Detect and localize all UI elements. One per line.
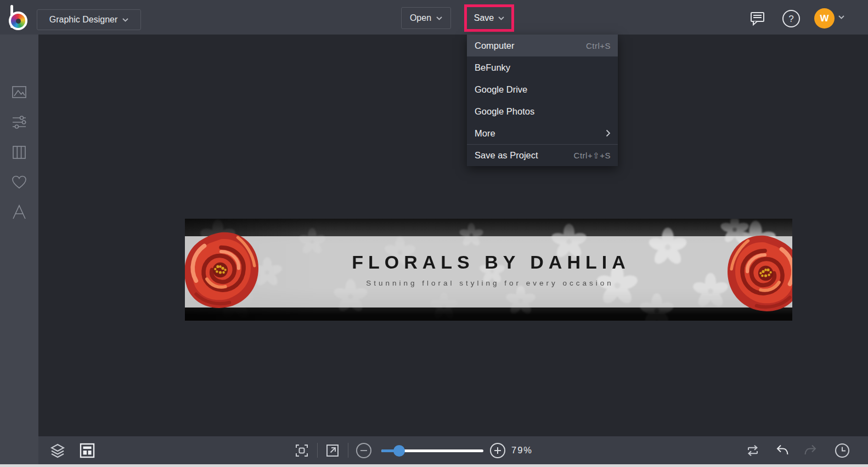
redo-button[interactable] (802, 441, 820, 460)
mode-selector-label: Graphic Designer (49, 15, 118, 25)
mode-selector-button[interactable]: Graphic Designer (37, 9, 141, 30)
menu-item-google-drive[interactable]: Google Drive (467, 78, 618, 100)
layers-icon (49, 442, 66, 459)
open-button-label: Open (410, 13, 431, 23)
befunky-logo-icon[interactable] (8, 4, 32, 31)
shortcut-label: Ctrl+S (586, 41, 611, 50)
befunky-graphic-designer: Graphic Designer Open Save ? W (0, 0, 868, 467)
menu-item-computer[interactable]: Computer Ctrl+S (467, 35, 618, 56)
save-button-label: Save (474, 13, 494, 23)
layout-icon (79, 442, 95, 459)
history-button[interactable] (833, 441, 852, 460)
open-button[interactable]: Open (401, 7, 451, 29)
open-full-view-button[interactable] (323, 441, 342, 460)
layers-button[interactable] (48, 441, 67, 460)
plus-circle-icon (489, 442, 506, 459)
save-button-annotated[interactable]: Save (464, 4, 514, 32)
menu-item-save-as-project[interactable]: Save as Project Ctrl+⇧+S (467, 144, 618, 166)
save-dropdown-menu: Computer Ctrl+S BeFunky Google Drive Goo… (467, 35, 618, 166)
banner-subtitle[interactable]: Stunning floral styling for every occasi… (185, 279, 792, 287)
bottom-toolbar: 79% (38, 436, 868, 464)
heart-icon (11, 174, 27, 190)
window-bottom-edge (0, 464, 868, 467)
sidebar-item-image-manager[interactable] (8, 81, 30, 103)
menu-item-more[interactable]: More (467, 122, 618, 144)
zoom-in-button[interactable] (488, 441, 507, 460)
sidebar-item-edit[interactable] (8, 111, 30, 133)
account-chevron-down-icon[interactable] (838, 15, 844, 19)
undo-icon (774, 443, 790, 458)
zoom-slider-thumb[interactable] (393, 445, 405, 457)
sliders-icon (10, 113, 28, 131)
sidebar-item-templates[interactable] (8, 141, 30, 163)
history-clock-icon (834, 442, 850, 459)
zoom-slider[interactable] (381, 444, 483, 457)
compare-arrows-icon (745, 443, 760, 458)
avatar-initial: W (820, 13, 828, 24)
redo-icon (803, 443, 819, 458)
rose-illustration-right (723, 231, 792, 317)
question-mark-icon: ? (782, 9, 801, 28)
sidebar-item-favorites[interactable] (8, 171, 30, 193)
chevron-down-icon (436, 16, 442, 20)
tools-sidebar (0, 35, 38, 464)
menu-item-google-photos[interactable]: Google Photos (467, 100, 618, 122)
image-icon (11, 84, 27, 100)
external-link-icon (325, 443, 340, 458)
user-avatar[interactable]: W (814, 8, 835, 29)
fit-to-screen-button[interactable] (292, 441, 311, 460)
banner-title[interactable]: FLORALS BY DAHLIA (185, 252, 792, 273)
rose-illustration-left (185, 226, 263, 315)
chat-bubble-icon (749, 10, 765, 26)
canvas-layout-button[interactable] (78, 441, 97, 460)
zoom-percentage: 79% (511, 441, 555, 459)
compare-button[interactable] (743, 441, 762, 460)
text-a-icon (10, 203, 28, 221)
divider (317, 443, 318, 458)
columns-icon (12, 145, 27, 160)
minus-circle-icon (356, 442, 372, 459)
design-canvas[interactable]: FLORALS BY DAHLIA Stunning floral stylin… (38, 35, 868, 436)
undo-button[interactable] (773, 441, 791, 460)
shortcut-label: Ctrl+⇧+S (574, 151, 611, 161)
fit-screen-icon (294, 443, 309, 458)
chevron-right-icon (606, 129, 611, 137)
svg-text:?: ? (788, 14, 793, 24)
zoom-out-button[interactable] (354, 441, 373, 460)
top-toolbar: Graphic Designer Open Save ? W (0, 0, 868, 35)
feedback-chat-button[interactable] (747, 8, 767, 28)
sidebar-item-text[interactable] (8, 201, 30, 223)
banner-design-object[interactable]: FLORALS BY DAHLIA Stunning floral stylin… (185, 219, 792, 321)
chevron-down-icon (122, 18, 128, 22)
divider (348, 443, 348, 458)
menu-item-befunky[interactable]: BeFunky (467, 56, 618, 78)
chevron-down-icon (498, 16, 504, 20)
help-button[interactable]: ? (781, 9, 801, 29)
